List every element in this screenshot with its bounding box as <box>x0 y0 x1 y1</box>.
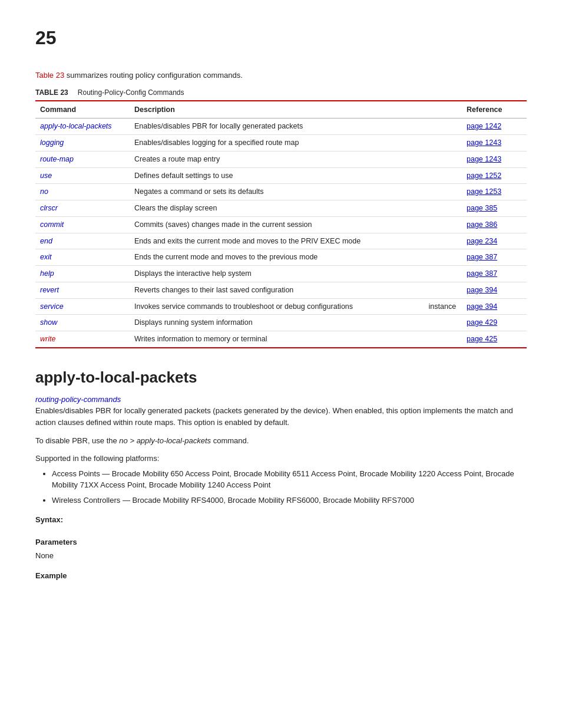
list-item: Wireless Controllers — Brocade Mobility … <box>52 495 527 506</box>
command-reference[interactable]: page 1253 <box>462 184 527 200</box>
command-description: Ends and exits the current mode and move… <box>130 233 462 249</box>
command-reference[interactable]: page 1243 <box>462 135 527 151</box>
command-description: Negates a command or sets its defaults <box>130 184 462 200</box>
command-reference[interactable]: page 387 <box>462 266 527 282</box>
command-description: Enables/disables PBR for locally generat… <box>130 118 462 135</box>
command-description: Defines default settings to use <box>130 167 462 184</box>
body2-italic: no > apply-to-local-packets <box>119 436 211 445</box>
command-link-apply-to-local-packets[interactable]: apply-to-local-packets <box>40 122 112 130</box>
command-link-logging[interactable]: logging <box>40 139 64 147</box>
table-row: revertReverts changes to their last save… <box>35 282 527 298</box>
command-link-clrscr[interactable]: clrscr <box>40 204 58 212</box>
command-reference[interactable]: page 1243 <box>462 151 527 167</box>
command-link-help[interactable]: help <box>40 269 54 278</box>
command-link-use[interactable]: use <box>40 172 52 180</box>
command-reference[interactable]: page 429 <box>462 315 527 331</box>
command-description: Displays the interactive help system <box>130 266 462 282</box>
command-link-route-map[interactable]: route-map <box>40 155 74 163</box>
table-header-row: Command Description Reference <box>35 101 527 118</box>
table-row: endEnds and exits the current mode and m… <box>35 233 527 249</box>
command-link-exit[interactable]: exit <box>40 253 51 261</box>
syntax-heading: Syntax: <box>35 514 527 526</box>
table-row: writeWrites information to memory or ter… <box>35 331 527 348</box>
table-row: showDisplays running system informationp… <box>35 315 527 331</box>
section-subheading-link[interactable]: routing-policy-commands <box>35 395 121 404</box>
section-heading: apply-to-local-packets <box>35 366 527 389</box>
command-reference[interactable]: page 386 <box>462 216 527 233</box>
command-reference[interactable]: page 425 <box>462 331 527 348</box>
command-link-no[interactable]: no <box>40 187 48 196</box>
platform-list: Access Points — Brocade Mobility 650 Acc… <box>52 468 527 506</box>
command-link-commit[interactable]: commit <box>40 220 64 229</box>
table23-link[interactable]: Table 23 <box>35 71 64 80</box>
table-row: route-mapCreates a route map entrypage 1… <box>35 151 527 167</box>
intro-rest: summarizes routing policy configuration … <box>64 71 243 80</box>
command-description: Invokes service commands to troubleshoot… <box>130 298 462 315</box>
table-row: noNegates a command or sets its defaults… <box>35 184 527 200</box>
table-title: Routing-Policy-Config Commands <box>78 87 184 98</box>
col-header-reference: Reference <box>462 101 527 118</box>
col-header-description: Description <box>130 101 462 118</box>
command-link-service[interactable]: service <box>40 302 64 311</box>
command-description: Commits (saves) changes made in the curr… <box>130 216 462 233</box>
command-link-show[interactable]: show <box>40 318 57 327</box>
table-row: commitCommits (saves) changes made in th… <box>35 216 527 233</box>
params-value: None <box>35 550 527 562</box>
command-description: Creates a route map entry <box>130 151 462 167</box>
command-reference[interactable]: page 1252 <box>462 167 527 184</box>
command-reference[interactable]: page 234 <box>462 233 527 249</box>
table-row: loggingEnables/disables logging for a sp… <box>35 135 527 151</box>
command-link-revert[interactable]: revert <box>40 286 59 294</box>
table-row: exitEnds the current mode and moves to t… <box>35 249 527 266</box>
command-link-end[interactable]: end <box>40 237 52 245</box>
command-reference[interactable]: page 1242 <box>462 118 527 135</box>
table-row: helpDisplays the interactive help system… <box>35 266 527 282</box>
table-row: serviceInvokes service commands to troub… <box>35 298 527 315</box>
command-reference[interactable]: page 387 <box>462 249 527 266</box>
body2-prefix: To disable PBR, use the <box>35 436 119 445</box>
command-link-write[interactable]: write <box>40 335 55 343</box>
command-reference[interactable]: page 394 <box>462 298 527 315</box>
command-description: Clears the display screen <box>130 200 462 217</box>
params-heading: Parameters <box>35 536 527 548</box>
command-description: Writes information to memory or terminal <box>130 331 462 348</box>
command-reference[interactable]: page 394 <box>462 282 527 298</box>
command-description: Displays running system information <box>130 315 462 331</box>
command-reference[interactable]: page 385 <box>462 200 527 217</box>
col-header-command: Command <box>35 101 130 118</box>
table-number: TABLE 23 <box>35 87 68 98</box>
table-row: apply-to-local-packetsEnables/disables P… <box>35 118 527 135</box>
body2-suffix: command. <box>211 436 249 445</box>
command-table: Command Description Reference apply-to-l… <box>35 100 527 348</box>
list-item: Access Points — Brocade Mobility 650 Acc… <box>52 468 527 491</box>
command-description: Ends the current mode and moves to the p… <box>130 249 462 266</box>
body-paragraph-3: Supported in the following platforms: <box>35 453 527 465</box>
table-label-row: TABLE 23 Routing-Policy-Config Commands <box>35 87 527 98</box>
table-row: useDefines default settings to usepage 1… <box>35 167 527 184</box>
example-heading: Example <box>35 570 527 582</box>
body-paragraph-2: To disable PBR, use the no > apply-to-lo… <box>35 435 527 447</box>
command-description: Reverts changes to their last saved conf… <box>130 282 462 298</box>
table-row: clrscrClears the display screenpage 385 <box>35 200 527 217</box>
page-number: 25 <box>35 24 527 52</box>
command-description: Enables/disables logging for a specified… <box>130 135 462 151</box>
body-paragraph-1: Enables/disables PBR for locally generat… <box>35 405 527 429</box>
intro-paragraph: Table 23 summarizes routing policy confi… <box>35 70 527 81</box>
